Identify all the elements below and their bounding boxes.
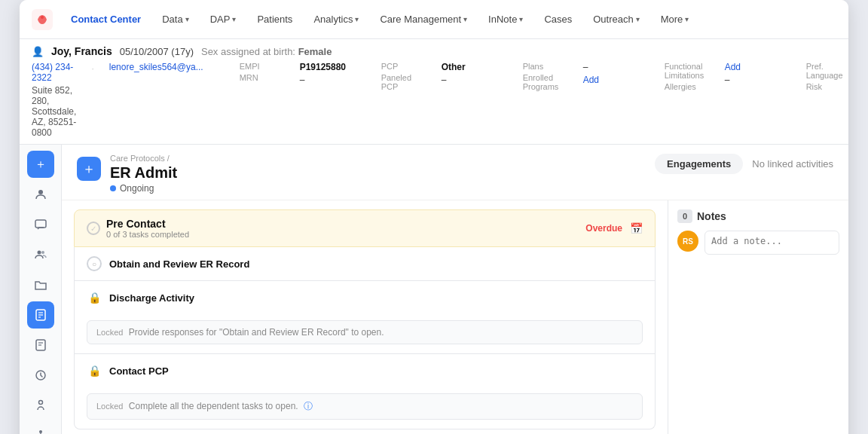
notes-input[interactable] [704,231,839,255]
lock-icon: 🔒 [87,363,102,378]
nav-data[interactable]: Data ▾ [153,9,197,29]
svg-point-5 [41,251,44,254]
nav-cases[interactable]: Cases [535,9,581,29]
sidebar-icon-doc[interactable] [27,332,54,359]
enrolled-programs-add[interactable]: Add [583,75,628,85]
status-dot-icon [110,185,116,191]
engagements-button[interactable]: Engagements [655,154,743,174]
patient-email[interactable]: lenore_skiles564@ya... [109,62,203,72]
tasks-area: ✓ Pre Contact 0 of 3 tasks completed Ove… [62,200,848,434]
empi-field: EMPI MRN [240,62,285,82]
protocol-add-button[interactable]: ＋ [77,157,101,181]
lock-icon: 🔒 [87,290,102,305]
empi-value: P19125880 [300,62,345,72]
avatar: RS [677,231,698,252]
nav-patients[interactable]: Patients [248,9,301,29]
task-block-contact-pcp: 🔒 Contact PCP Locked Complete all the de… [74,354,656,429]
sidebar-icon-plus[interactable]: ＋ [27,151,54,178]
nav-analytics[interactable]: Analytics ▾ [304,9,368,29]
nav-more[interactable]: More ▾ [652,9,698,29]
chevron-down-icon: ▾ [463,15,467,23]
chevron-down-icon: ▾ [519,15,523,23]
allergies-value: – [725,75,770,85]
notes-header: 0 Notes [677,209,839,223]
section-progress: 0 of 3 tasks completed [106,230,189,239]
main-window: Contact Center Data ▾ DAP ▾ Patients Ana… [20,0,848,434]
section-check-icon: ✓ [87,222,100,235]
chevron-down-icon: ▾ [232,15,236,23]
notes-input-row: RS [677,231,839,255]
nav-outreach[interactable]: Outreach ▾ [584,9,648,29]
logo-icon [32,9,53,30]
sidebar-icon-person[interactable] [27,181,54,208]
chevron-down-icon: ▾ [355,15,359,23]
patient-fields-row: (434) 234-2322 Suite 852, 280, Scottsdal… [32,62,836,138]
svg-point-2 [38,190,43,194]
protocol-header: ＋ Care Protocols / ER Admit Ongoing Enga… [62,145,848,200]
info-icon[interactable]: ⓘ [304,401,313,411]
chevron-down-icon: ▾ [685,15,689,23]
patient-dob: 05/10/2007 (17y) [120,46,194,57]
separator: · [91,62,93,74]
main-layout: ＋ [20,145,848,434]
overdue-badge: Overdue [585,223,622,234]
task-locked-message: Locked Complete all the dependent tasks … [87,393,643,420]
svg-point-4 [37,251,41,255]
pcp-field: PCP Paneled PCP [381,62,426,91]
pref-language-field: Pref. Language Risk [806,62,848,91]
sidebar-icon-folder[interactable] [27,271,54,298]
patient-header: 👤 Joy, Francis 05/10/2007 (17y) Sex assi… [20,39,848,145]
sidebar-icon-clock[interactable] [27,362,54,389]
task-title: Obtain and Review ER Record [109,258,249,270]
nav-contact-center[interactable]: Contact Center [62,9,150,29]
patient-sex: Sex assigned at birth: Female [201,46,332,57]
sidebar-icon-group[interactable] [27,241,54,268]
sidebar-icon-form[interactable] [27,301,54,329]
functional-limitations-add[interactable]: Add [725,62,770,72]
paneled-pcp-value: – [442,75,487,85]
sidebar-icon-figure[interactable] [27,422,54,434]
task-item[interactable]: ○ Obtain and Review ER Record [74,247,656,281]
patient-name: Joy, Francis [51,45,112,57]
top-nav: Contact Center Data ▾ DAP ▾ Patients Ana… [20,0,848,39]
sidebar-icon-person2[interactable] [27,392,54,419]
content-area: ＋ Care Protocols / ER Admit Ongoing Enga… [62,145,848,434]
plans-field: Plans Enrolled Programs [523,62,568,91]
sidebar: ＋ [20,145,62,434]
patient-address: Suite 852, 280, Scottsdale, AZ, 85251-08… [32,85,76,138]
section-title: Pre Contact [106,218,189,230]
functional-limitations-field: Functional Limitations Allergies [665,62,710,91]
task-circle-icon: ○ [87,256,102,271]
patient-phone[interactable]: (434) 234-2322 [32,62,76,83]
breadcrumb: Care Protocols / [110,154,177,163]
protocol-status: Ongoing [110,183,177,194]
tasks-list: ✓ Pre Contact 0 of 3 tasks completed Ove… [62,200,668,434]
pcp-value: Other [442,62,487,72]
notes-count: 0 [677,209,692,223]
svg-point-1 [41,16,44,19]
no-activities-label: No linked activities [752,158,833,170]
task-title: Discharge Activity [109,292,194,304]
patient-icon: 👤 [32,46,44,57]
calendar-icon[interactable]: 📅 [630,222,643,234]
nav-care-management[interactable]: Care Management ▾ [371,9,476,29]
notes-title: Notes [697,210,726,222]
nav-innote[interactable]: InNote ▾ [479,9,532,29]
chevron-down-icon: ▾ [636,15,640,23]
nav-dap[interactable]: DAP ▾ [201,9,246,29]
protocol-title: ER Admit [110,164,177,182]
svg-point-14 [38,401,42,405]
section-pre-contact: ✓ Pre Contact 0 of 3 tasks completed Ove… [74,209,656,247]
task-title: Contact PCP [109,365,169,377]
plans-value: – [583,62,628,72]
task-block-discharge: 🔒 Discharge Activity Locked Provide resp… [74,281,656,354]
task-locked-message: Locked Provide responses for "Obtain and… [87,320,643,344]
svg-rect-3 [35,220,46,228]
mrn-value: – [300,75,345,85]
chevron-down-icon: ▾ [185,15,189,23]
notes-panel: 0 Notes RS [668,200,848,434]
sidebar-icon-chat[interactable] [27,211,54,238]
